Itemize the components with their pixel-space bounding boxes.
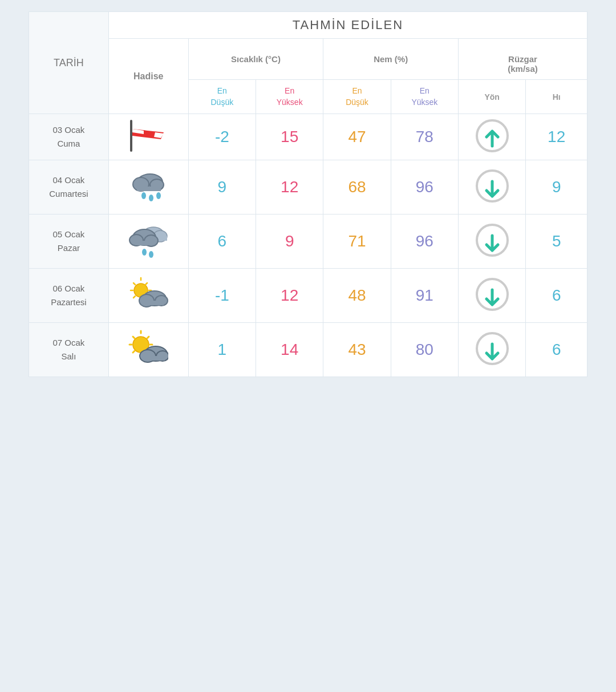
direction-cell [459,160,526,215]
low-nem-cell: 68 [323,160,391,215]
table-row: 04 OcakCumartesi 9 12 68 96 [29,160,587,215]
svg-rect-8 [137,187,161,191]
subheader-hi: Hı [526,80,587,114]
direction-circle-icon [475,169,509,203]
speed-cell: 6 [526,323,587,377]
speed-cell: 9 [526,160,587,215]
high-nem-cell: 78 [391,114,458,160]
high-nem-cell: 96 [391,160,458,215]
table-row: 06 OcakPazartesi -1 12 48 91 [29,269,587,323]
hadise-cell [108,323,188,377]
header-nem: Nem (%) [323,39,459,80]
low-nem-cell: 48 [323,269,391,323]
header-hadise: Hadise [108,39,188,114]
speed-cell: 6 [526,269,587,323]
hadise-cell [108,114,188,160]
svg-line-42 [133,337,135,338]
speed-cell: 12 [526,114,587,160]
high-nem-cell: 91 [391,269,458,323]
subheader-yon: Yön [459,80,526,114]
date-cell: 04 OcakCumartesi [29,160,109,215]
svg-rect-49 [144,356,165,361]
high-temp-cell: 14 [256,323,323,377]
high-temp-cell: 12 [256,160,323,215]
high-nem-cell: 96 [391,215,458,269]
header-tarih: TARİH [29,12,109,114]
low-temp-cell: -2 [188,114,256,160]
low-nem-cell: 47 [323,114,391,160]
header-tahmin: TAHMİN EDİLEN [108,12,587,39]
table-row: 03 OcakCuma -2 15 47 78 [29,114,587,160]
sunny-cloudy-icon [128,329,168,369]
svg-line-30 [145,283,147,285]
direction-cell [459,114,526,160]
low-temp-cell: 9 [188,160,256,215]
hadise-cell [108,269,188,323]
rain-light-icon [128,220,168,260]
windsock-icon [130,120,167,152]
subheader-high-nem: EnYüksek [391,80,458,114]
svg-point-11 [156,192,161,199]
rain-heavy-icon [128,166,168,206]
weather-table-wrapper: TARİH TAHMİN EDİLEN Hadise Sıcaklık (°C)… [29,11,587,377]
date-cell: 06 OcakPazartesi [29,269,109,323]
svg-rect-19 [135,241,153,245]
high-temp-cell: 15 [256,114,323,160]
hadise-cell [108,160,188,215]
svg-point-20 [142,249,147,256]
direction-cell [459,269,526,323]
svg-point-21 [149,251,153,258]
low-nem-cell: 71 [323,215,391,269]
direction-circle-icon [475,223,509,257]
svg-rect-35 [144,301,164,305]
hadise-cell [108,215,188,269]
high-nem-cell: 80 [391,323,458,377]
table-row: 05 OcakPazar 6 9 71 96 [29,215,587,269]
direction-circle-icon [475,331,509,366]
direction-cell [459,323,526,377]
low-temp-cell: -1 [188,269,256,323]
high-temp-cell: 9 [256,215,323,269]
weather-table: TARİH TAHMİN EDİLEN Hadise Sıcaklık (°C)… [29,11,587,377]
svg-point-10 [149,195,153,201]
table-row: 07 OcakSalı 1 14 43 80 [29,323,587,377]
partly-cloudy-icon [128,274,168,314]
subheader-high-temp: EnYüksek [256,80,323,114]
svg-line-28 [133,283,135,285]
svg-line-31 [133,296,135,298]
low-temp-cell: 6 [188,215,256,269]
direction-cell [459,215,526,269]
direction-circle-icon [475,119,509,153]
svg-line-44 [147,337,149,338]
direction-circle-icon [475,277,509,311]
subheader-low-nem: EnDüşük [323,80,391,114]
subheader-low-temp: EnDüşük [188,80,256,114]
date-cell: 05 OcakPazar [29,215,109,269]
date-cell: 03 OcakCuma [29,114,109,160]
svg-point-9 [141,192,146,199]
low-temp-cell: 1 [188,323,256,377]
header-sicaklik: Sıcaklık (°C) [188,39,323,80]
speed-cell: 5 [526,215,587,269]
low-nem-cell: 43 [323,323,391,377]
header-ruzgar: Rüzgar (km/sa) [459,39,587,80]
high-temp-cell: 12 [256,269,323,323]
date-cell: 07 OcakSalı [29,323,109,377]
svg-line-45 [133,351,135,353]
